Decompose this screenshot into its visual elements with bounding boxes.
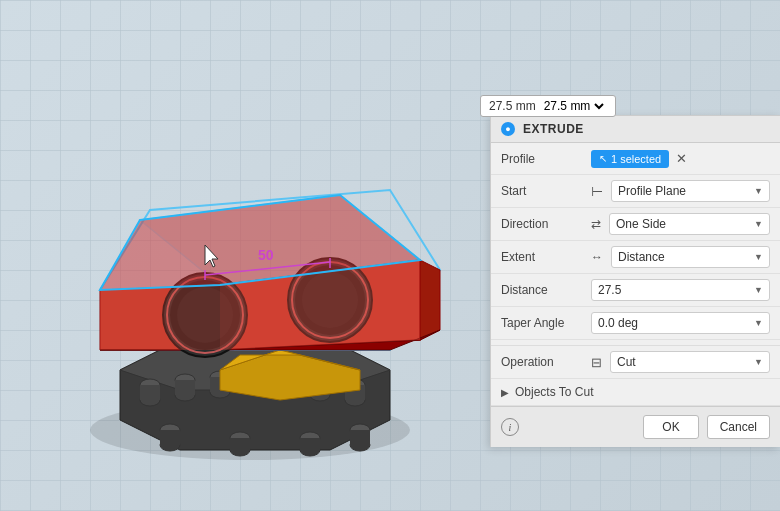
svg-marker-50 [100, 285, 220, 350]
direction-dropdown[interactable]: One Side ▼ [609, 213, 770, 235]
svg-rect-32 [350, 430, 370, 445]
taper-angle-row: Taper Angle 0.0 deg ▼ [491, 307, 780, 340]
extrude-panel: ● EXTRUDE Profile ↖ 1 selected ✕ Start ⊢… [490, 115, 780, 447]
distance-dropdown-text: 27.5 [598, 283, 621, 297]
distance-row: Distance 27.5 ▼ [491, 274, 780, 307]
direction-row: Direction ⇄ One Side ▼ [491, 208, 780, 241]
cursor-icon: ↖ [599, 153, 607, 164]
3d-model: 50 [20, 30, 480, 490]
taper-angle-dropdown-text: 0.0 deg [598, 316, 638, 330]
direction-dropdown-text: One Side [616, 217, 666, 231]
operation-dropdown-text: Cut [617, 355, 636, 369]
dimension-value: 27.5 mm [489, 99, 536, 113]
operation-value: ⊟ Cut ▼ [591, 351, 770, 373]
distance-dropdown-arrow: ▼ [754, 285, 763, 295]
svg-marker-39 [420, 260, 440, 340]
distance-dropdown[interactable]: 27.5 ▼ [591, 279, 770, 301]
start-dropdown[interactable]: Profile Plane ▼ [611, 180, 770, 202]
operation-row: Operation ⊟ Cut ▼ [491, 346, 780, 379]
operation-dropdown-arrow: ▼ [754, 357, 763, 367]
operation-label: Operation [501, 355, 591, 369]
direction-label: Direction [501, 217, 591, 231]
extent-dropdown-arrow: ▼ [754, 252, 763, 262]
start-dropdown-arrow: ▼ [754, 186, 763, 196]
taper-angle-dropdown[interactable]: 0.0 deg ▼ [591, 312, 770, 334]
start-row: Start ⊢ Profile Plane ▼ [491, 175, 780, 208]
profile-value: ↖ 1 selected ✕ [591, 150, 770, 168]
cut-icon: ⊟ [591, 355, 602, 370]
start-dropdown-text: Profile Plane [618, 184, 686, 198]
extent-row: Extent ↔ Distance ▼ [491, 241, 780, 274]
info-icon[interactable]: i [501, 418, 519, 436]
dimension-select[interactable]: 27.5 mm [540, 98, 607, 114]
profile-clear-button[interactable]: ✕ [673, 151, 690, 166]
taper-angle-value: 0.0 deg ▼ [591, 312, 770, 334]
profile-label: Profile [501, 152, 591, 166]
extent-dropdown-text: Distance [618, 250, 665, 264]
start-label: Start [501, 184, 591, 198]
profile-selected-button[interactable]: ↖ 1 selected [591, 150, 669, 168]
dimension-dropdown[interactable]: 27.5 mm 27.5 mm [480, 95, 616, 117]
panel-header: ● EXTRUDE [491, 116, 780, 143]
expand-triangle-icon: ▶ [501, 387, 509, 398]
objects-to-cut-label: Objects To Cut [515, 385, 593, 399]
svg-rect-8 [175, 380, 195, 395]
extent-value: ↔ Distance ▼ [591, 246, 770, 268]
cancel-button[interactable]: Cancel [707, 415, 770, 439]
taper-angle-dropdown-arrow: ▼ [754, 318, 763, 328]
start-value: ⊢ Profile Plane ▼ [591, 180, 770, 202]
extrude-header-icon: ● [501, 122, 515, 136]
profile-row: Profile ↖ 1 selected ✕ [491, 143, 780, 175]
distance-label: Distance [501, 283, 591, 297]
svg-rect-23 [160, 430, 180, 445]
svg-rect-29 [300, 438, 320, 450]
extent-icon: ↔ [591, 250, 603, 264]
direction-dropdown-arrow: ▼ [754, 219, 763, 229]
ok-button[interactable]: OK [643, 415, 698, 439]
operation-dropdown[interactable]: Cut ▼ [610, 351, 770, 373]
panel-bottom-bar: i OK Cancel [491, 406, 780, 447]
svg-rect-5 [140, 385, 160, 400]
svg-text:50: 50 [258, 247, 274, 263]
taper-angle-label: Taper Angle [501, 316, 591, 330]
extent-label: Extent [501, 250, 591, 264]
svg-rect-26 [230, 438, 250, 450]
direction-icon: ⇄ [591, 217, 601, 231]
direction-value: ⇄ One Side ▼ [591, 213, 770, 235]
distance-value: 27.5 ▼ [591, 279, 770, 301]
panel-title: EXTRUDE [523, 122, 584, 136]
selected-text: 1 selected [611, 153, 661, 165]
start-icon: ⊢ [591, 183, 603, 199]
extent-dropdown[interactable]: Distance ▼ [611, 246, 770, 268]
objects-to-cut-row[interactable]: ▶ Objects To Cut [491, 379, 780, 406]
